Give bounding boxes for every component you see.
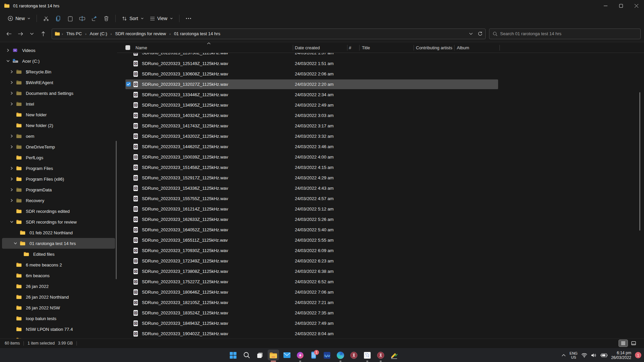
file-row[interactable]: SDRuno_20220323_190402Z_1125kHz.wav24/03… [117,328,644,339]
maximize-button[interactable] [613,0,629,11]
file-row[interactable]: SDRuno_20220323_164052Z_1125kHz.wav24/03… [117,225,644,235]
refresh-icon[interactable] [478,31,483,36]
column-header-number[interactable]: # [349,45,351,50]
search-taskbar-icon[interactable] [240,348,253,362]
sidebar-item-acer-c-[interactable]: Acer (C:) [2,56,115,66]
sidebar-item--winreagent[interactable]: $WinREAgent [2,77,115,88]
sidebar-item-01-rarotonga-test-14-hrs[interactable]: 01 rarotonga test 14 hrs [2,238,115,249]
share-button[interactable] [88,13,100,24]
breadcrumb-chevron-icon[interactable]: › [85,32,87,36]
sidebar-item--recycle-bin[interactable]: $Recycle.Bin [2,66,115,77]
file-row[interactable]: SDRuno_20220323_132027Z_1125kHz.wav24/03… [117,79,644,89]
column-divider[interactable] [293,45,293,51]
sidebar-item-documents-and-settings[interactable]: Documents and Settings [2,88,115,99]
rename-button[interactable] [76,13,88,24]
chevron-right-icon[interactable] [9,133,14,139]
language-indicator[interactable]: ENGUS [570,351,578,359]
file-list-scrollbar[interactable] [639,92,640,231]
chevron-right-icon[interactable] [9,90,14,96]
radio-tower-app-icon[interactable] [347,348,361,362]
column-divider[interactable] [414,45,414,51]
sidebar-item-6m-beacons[interactable]: 6m beacons [2,270,115,281]
file-row[interactable]: SDRuno_20220323_170930Z_1125kHz.wav24/03… [117,245,644,256]
chevron-right-icon[interactable] [5,48,11,53]
column-header-contributing-artists[interactable]: Contributing artists [416,45,452,50]
file-row[interactable]: SDRuno_20220323_180646Z_1125kHz.wav24/03… [117,287,644,297]
address-bar[interactable]: ›This PC›Acer (C:)›SDR recordings for re… [52,28,486,39]
sidebar-item-programdata[interactable]: ProgramData [2,184,115,195]
sidebar-item-oem[interactable]: oem [2,131,115,141]
file-row[interactable]: SDRuno_20220323_134905Z_1125kHz.wav24/03… [117,100,644,110]
mail-app-icon[interactable] [280,348,293,362]
column-divider[interactable] [499,45,500,51]
messenger-app-icon[interactable] [293,348,307,362]
back-button[interactable] [3,28,15,39]
file-row[interactable]: SDRuno_20220323_162633Z_1125kHz.wav24/03… [117,214,644,225]
file-row[interactable]: SDRuno_20220323_173808Z_1125kHz.wav24/03… [117,266,644,277]
chevron-right-icon[interactable] [9,166,14,171]
breadcrumb-item[interactable]: 01 rarotonga test 14 hrs [172,30,223,37]
more-options-button[interactable] [182,13,195,24]
file-row[interactable]: SDRuno_20220323_161214Z_1125kHz.wav24/03… [117,204,644,214]
file-row[interactable]: SDRuno_20220323_172349Z_1125kHz.wav24/03… [117,256,644,266]
breadcrumb-item[interactable]: SDR recordings for review [113,30,168,37]
sidebar-scrollbar[interactable] [116,141,117,279]
cut-button[interactable] [40,13,52,24]
sort-button[interactable]: Sort [119,13,147,24]
chevron-right-icon[interactable] [9,187,14,192]
breadcrumb-chevron-icon[interactable]: › [169,32,171,36]
view-button[interactable]: View [147,13,176,24]
copy-button[interactable] [52,13,64,24]
file-row[interactable]: SDRuno_20220323_183524Z_1125kHz.wav24/03… [117,308,644,318]
file-row[interactable]: SDRuno_20220323_154336Z_1125kHz.wav24/03… [117,183,644,193]
chevron-right-icon[interactable] [9,144,14,149]
sidebar-item-intel[interactable]: Intel [2,99,115,109]
file-row[interactable]: SDRuno_20220323_143202Z_1125kHz.wav24/03… [117,131,644,141]
close-button[interactable] [629,0,644,11]
up-button[interactable] [38,28,49,39]
address-dropdown-icon[interactable] [469,33,473,35]
file-row[interactable]: SDRuno_20220323_184943Z_1125kHz.wav24/03… [117,318,644,328]
recent-locations-button[interactable] [26,28,38,39]
start-button[interactable] [226,348,240,362]
sidebar-item-onedrivetemp[interactable]: OneDriveTemp [2,141,115,152]
pencil-check-app-icon[interactable] [387,348,401,362]
chevron-right-icon[interactable] [9,80,14,85]
chevron-right-icon[interactable] [9,176,14,182]
delete-button[interactable] [100,13,112,24]
file-row[interactable]: SDRuno_20220323_150039Z_1125kHz.wav24/03… [117,152,644,162]
file-row[interactable]: SDRuno_20220323_175227Z_1125kHz.wav24/03… [117,277,644,287]
row-checkbox-checked[interactable] [126,82,131,86]
new-button[interactable]: New [5,13,34,24]
breadcrumb-chevron-icon[interactable]: › [61,32,63,36]
sidebar-item-loop-balun-tests[interactable]: loop balun tests [2,313,115,324]
wifi-icon[interactable] [581,353,587,358]
file-row[interactable]: SDRuno_20220323_155755Z_1125kHz.wav24/03… [117,193,644,204]
file-row[interactable]: SDRuno_20220323_182105Z_1125kHz.wav24/03… [117,297,644,308]
sidebar-item-26-jan-2022-nsw[interactable]: 26 jan 2022 NSW [2,302,115,313]
file-row[interactable]: SDRuno_20220323_133446Z_1125kHz.wav24/03… [117,89,644,100]
edge-browser-icon[interactable] [334,348,347,362]
file-row[interactable]: SDRuno_20220323_144620Z_1125kHz.wav24/03… [117,141,644,152]
chevron-down-icon[interactable] [9,219,14,225]
paste-button[interactable] [64,13,76,24]
notes-app-icon[interactable] [361,348,374,362]
clock[interactable]: 6:14 pm 26/03/2022 [611,351,631,360]
column-header-name[interactable]: Name [136,45,147,50]
select-all-checkbox[interactable] [125,45,130,50]
breadcrumb-chevron-icon[interactable]: › [110,32,112,36]
chevron-right-icon[interactable] [9,69,14,74]
sidebar-item-edited-files[interactable]: Edited files [2,249,115,259]
tray-chevron-up-icon[interactable] [561,354,566,357]
sidebar-item-sdr-recordings-edited[interactable]: SDR recordings edited [2,206,115,217]
sidebar-item-01-feb-2022-northland[interactable]: 01 feb 2022 Northland [2,227,115,238]
sidebar-item-new-folder-2-[interactable]: New folder (2) [2,120,115,131]
minimize-button[interactable] [598,0,613,11]
sidebar-item-program-files-x86-[interactable]: Program Files (x86) [2,174,115,184]
file-row[interactable]: SDRuno_20220323_151458Z_1125kHz.wav24/03… [117,162,644,173]
chevron-down-icon[interactable] [5,58,11,64]
file-row[interactable]: SDRuno_20220323_130608Z_1125kHz.wav24/03… [117,69,644,79]
sidebar-item-perflogs[interactable]: PerfLogs [2,152,115,163]
audio-waves-app-icon[interactable] [320,348,334,362]
breadcrumb-item[interactable]: This PC [64,30,84,37]
